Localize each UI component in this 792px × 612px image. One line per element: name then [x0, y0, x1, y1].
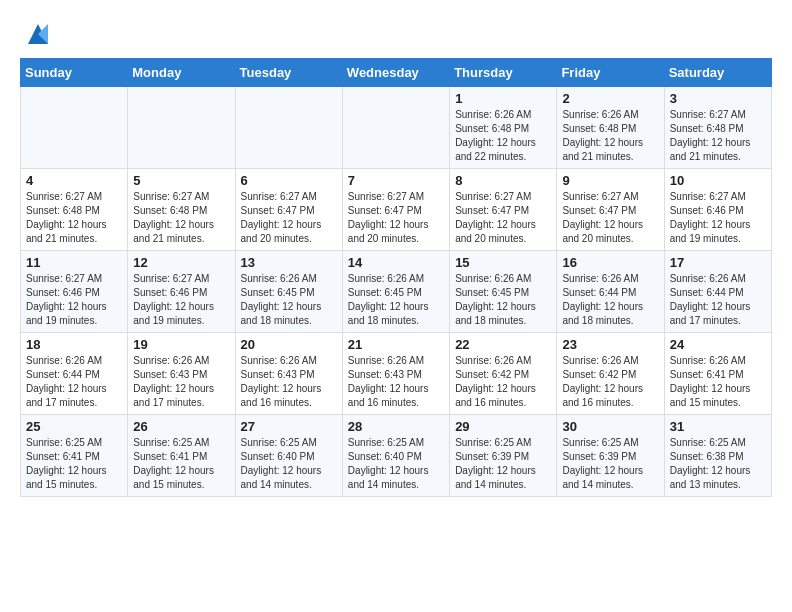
day-header-tuesday: Tuesday — [235, 59, 342, 87]
calendar-cell: 1Sunrise: 6:26 AM Sunset: 6:48 PM Daylig… — [450, 87, 557, 169]
day-number: 19 — [133, 337, 229, 352]
calendar-cell: 10Sunrise: 6:27 AM Sunset: 6:46 PM Dayli… — [664, 169, 771, 251]
calendar-cell: 13Sunrise: 6:26 AM Sunset: 6:45 PM Dayli… — [235, 251, 342, 333]
calendar-cell: 27Sunrise: 6:25 AM Sunset: 6:40 PM Dayli… — [235, 415, 342, 497]
calendar-cell: 4Sunrise: 6:27 AM Sunset: 6:48 PM Daylig… — [21, 169, 128, 251]
day-number: 8 — [455, 173, 551, 188]
day-number: 3 — [670, 91, 766, 106]
day-info: Sunrise: 6:27 AM Sunset: 6:48 PM Dayligh… — [26, 190, 122, 246]
day-number: 2 — [562, 91, 658, 106]
day-info: Sunrise: 6:25 AM Sunset: 6:41 PM Dayligh… — [26, 436, 122, 492]
day-number: 6 — [241, 173, 337, 188]
day-number: 10 — [670, 173, 766, 188]
day-info: Sunrise: 6:27 AM Sunset: 6:47 PM Dayligh… — [455, 190, 551, 246]
day-info: Sunrise: 6:25 AM Sunset: 6:41 PM Dayligh… — [133, 436, 229, 492]
day-header-monday: Monday — [128, 59, 235, 87]
day-number: 11 — [26, 255, 122, 270]
day-number: 22 — [455, 337, 551, 352]
day-number: 29 — [455, 419, 551, 434]
day-info: Sunrise: 6:27 AM Sunset: 6:47 PM Dayligh… — [241, 190, 337, 246]
calendar-cell: 23Sunrise: 6:26 AM Sunset: 6:42 PM Dayli… — [557, 333, 664, 415]
day-number: 16 — [562, 255, 658, 270]
day-info: Sunrise: 6:25 AM Sunset: 6:40 PM Dayligh… — [241, 436, 337, 492]
day-info: Sunrise: 6:25 AM Sunset: 6:40 PM Dayligh… — [348, 436, 444, 492]
calendar-cell: 20Sunrise: 6:26 AM Sunset: 6:43 PM Dayli… — [235, 333, 342, 415]
day-number: 1 — [455, 91, 551, 106]
calendar-cell: 8Sunrise: 6:27 AM Sunset: 6:47 PM Daylig… — [450, 169, 557, 251]
calendar-cell: 31Sunrise: 6:25 AM Sunset: 6:38 PM Dayli… — [664, 415, 771, 497]
page-header — [20, 20, 772, 48]
calendar-cell — [21, 87, 128, 169]
calendar-cell: 28Sunrise: 6:25 AM Sunset: 6:40 PM Dayli… — [342, 415, 449, 497]
calendar-cell: 9Sunrise: 6:27 AM Sunset: 6:47 PM Daylig… — [557, 169, 664, 251]
day-number: 17 — [670, 255, 766, 270]
day-header-friday: Friday — [557, 59, 664, 87]
day-number: 24 — [670, 337, 766, 352]
logo — [20, 20, 52, 48]
week-row-4: 18Sunrise: 6:26 AM Sunset: 6:44 PM Dayli… — [21, 333, 772, 415]
day-info: Sunrise: 6:26 AM Sunset: 6:48 PM Dayligh… — [455, 108, 551, 164]
calendar-cell: 21Sunrise: 6:26 AM Sunset: 6:43 PM Dayli… — [342, 333, 449, 415]
day-info: Sunrise: 6:26 AM Sunset: 6:48 PM Dayligh… — [562, 108, 658, 164]
day-info: Sunrise: 6:27 AM Sunset: 6:48 PM Dayligh… — [133, 190, 229, 246]
header-row: SundayMondayTuesdayWednesdayThursdayFrid… — [21, 59, 772, 87]
calendar-cell: 5Sunrise: 6:27 AM Sunset: 6:48 PM Daylig… — [128, 169, 235, 251]
calendar-cell: 30Sunrise: 6:25 AM Sunset: 6:39 PM Dayli… — [557, 415, 664, 497]
day-info: Sunrise: 6:26 AM Sunset: 6:42 PM Dayligh… — [455, 354, 551, 410]
day-info: Sunrise: 6:27 AM Sunset: 6:46 PM Dayligh… — [26, 272, 122, 328]
calendar-cell: 29Sunrise: 6:25 AM Sunset: 6:39 PM Dayli… — [450, 415, 557, 497]
day-header-sunday: Sunday — [21, 59, 128, 87]
day-number: 21 — [348, 337, 444, 352]
logo-icon — [24, 20, 52, 48]
day-number: 28 — [348, 419, 444, 434]
calendar-cell: 26Sunrise: 6:25 AM Sunset: 6:41 PM Dayli… — [128, 415, 235, 497]
day-number: 26 — [133, 419, 229, 434]
week-row-2: 4Sunrise: 6:27 AM Sunset: 6:48 PM Daylig… — [21, 169, 772, 251]
calendar-cell: 14Sunrise: 6:26 AM Sunset: 6:45 PM Dayli… — [342, 251, 449, 333]
day-number: 15 — [455, 255, 551, 270]
calendar-cell: 25Sunrise: 6:25 AM Sunset: 6:41 PM Dayli… — [21, 415, 128, 497]
day-info: Sunrise: 6:27 AM Sunset: 6:47 PM Dayligh… — [348, 190, 444, 246]
day-number: 13 — [241, 255, 337, 270]
calendar-cell: 3Sunrise: 6:27 AM Sunset: 6:48 PM Daylig… — [664, 87, 771, 169]
day-info: Sunrise: 6:26 AM Sunset: 6:43 PM Dayligh… — [133, 354, 229, 410]
day-number: 5 — [133, 173, 229, 188]
calendar-table: SundayMondayTuesdayWednesdayThursdayFrid… — [20, 58, 772, 497]
calendar-cell: 7Sunrise: 6:27 AM Sunset: 6:47 PM Daylig… — [342, 169, 449, 251]
calendar-cell — [342, 87, 449, 169]
day-number: 12 — [133, 255, 229, 270]
day-number: 7 — [348, 173, 444, 188]
calendar-cell: 17Sunrise: 6:26 AM Sunset: 6:44 PM Dayli… — [664, 251, 771, 333]
day-number: 9 — [562, 173, 658, 188]
day-info: Sunrise: 6:25 AM Sunset: 6:39 PM Dayligh… — [455, 436, 551, 492]
day-info: Sunrise: 6:26 AM Sunset: 6:41 PM Dayligh… — [670, 354, 766, 410]
day-info: Sunrise: 6:26 AM Sunset: 6:44 PM Dayligh… — [26, 354, 122, 410]
day-info: Sunrise: 6:26 AM Sunset: 6:45 PM Dayligh… — [455, 272, 551, 328]
day-number: 30 — [562, 419, 658, 434]
day-number: 18 — [26, 337, 122, 352]
day-info: Sunrise: 6:26 AM Sunset: 6:44 PM Dayligh… — [562, 272, 658, 328]
day-info: Sunrise: 6:27 AM Sunset: 6:48 PM Dayligh… — [670, 108, 766, 164]
calendar-cell: 16Sunrise: 6:26 AM Sunset: 6:44 PM Dayli… — [557, 251, 664, 333]
day-number: 14 — [348, 255, 444, 270]
calendar-cell: 24Sunrise: 6:26 AM Sunset: 6:41 PM Dayli… — [664, 333, 771, 415]
day-info: Sunrise: 6:27 AM Sunset: 6:46 PM Dayligh… — [670, 190, 766, 246]
day-info: Sunrise: 6:26 AM Sunset: 6:45 PM Dayligh… — [348, 272, 444, 328]
day-header-thursday: Thursday — [450, 59, 557, 87]
week-row-3: 11Sunrise: 6:27 AM Sunset: 6:46 PM Dayli… — [21, 251, 772, 333]
day-info: Sunrise: 6:27 AM Sunset: 6:46 PM Dayligh… — [133, 272, 229, 328]
calendar-cell — [235, 87, 342, 169]
day-info: Sunrise: 6:26 AM Sunset: 6:43 PM Dayligh… — [241, 354, 337, 410]
calendar-cell: 15Sunrise: 6:26 AM Sunset: 6:45 PM Dayli… — [450, 251, 557, 333]
calendar-cell: 19Sunrise: 6:26 AM Sunset: 6:43 PM Dayli… — [128, 333, 235, 415]
day-header-saturday: Saturday — [664, 59, 771, 87]
day-info: Sunrise: 6:27 AM Sunset: 6:47 PM Dayligh… — [562, 190, 658, 246]
day-number: 27 — [241, 419, 337, 434]
day-header-wednesday: Wednesday — [342, 59, 449, 87]
calendar-cell: 22Sunrise: 6:26 AM Sunset: 6:42 PM Dayli… — [450, 333, 557, 415]
day-info: Sunrise: 6:26 AM Sunset: 6:42 PM Dayligh… — [562, 354, 658, 410]
week-row-5: 25Sunrise: 6:25 AM Sunset: 6:41 PM Dayli… — [21, 415, 772, 497]
day-number: 31 — [670, 419, 766, 434]
day-number: 25 — [26, 419, 122, 434]
day-number: 20 — [241, 337, 337, 352]
